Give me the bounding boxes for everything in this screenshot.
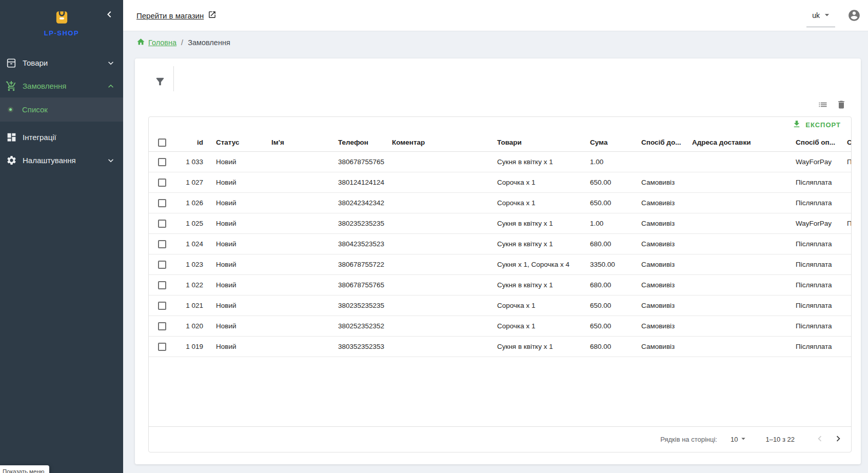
cell-phone: 380678755765 [330, 158, 384, 166]
sidebar-item-orders[interactable]: Замовлення [0, 74, 123, 97]
cell-delivery-method: Самовивіз [633, 261, 684, 268]
rows-per-page-select[interactable]: 10 [731, 434, 748, 445]
cell-payment-status: Пі [839, 220, 852, 227]
select-all-checkbox[interactable] [158, 139, 166, 147]
sidebar-item-label: Інтеграції [23, 133, 116, 142]
export-button[interactable]: ЕКСПОРТ [789, 117, 844, 132]
language-value: uk [812, 11, 820, 19]
cell-delivery-method: Самовивіз [633, 199, 684, 207]
cell-delivery-method: Самовивіз [633, 220, 684, 227]
row-checkbox[interactable] [158, 179, 166, 187]
widgets-icon [5, 131, 17, 144]
cell-delivery-method: Самовивіз [633, 240, 684, 248]
column-header-delivery-address[interactable]: Адреса доставки [684, 139, 787, 146]
row-checkbox[interactable] [158, 220, 166, 228]
column-header-products[interactable]: Товари [489, 139, 582, 146]
cell-products: Сукня в квітку x 1 [489, 158, 582, 166]
column-header-id[interactable]: id [175, 139, 208, 146]
row-checkbox[interactable] [158, 199, 166, 207]
cell-products: Сукня в квітку x 1 [489, 281, 582, 289]
cell-status: Новий [208, 199, 263, 207]
cell-sum: 650.00 [582, 302, 633, 309]
table-row[interactable]: 1 022Новий380678755765Сукня в квітку x 1… [149, 275, 852, 295]
table-row[interactable]: 1 020Новий380252352352Сорочка x 1650.00С… [149, 316, 852, 337]
breadcrumb-separator: / [181, 38, 183, 47]
checkbox-cell [149, 179, 175, 187]
logo[interactable]: LP-SHOP [0, 10, 123, 37]
rows-per-page-value: 10 [731, 436, 738, 443]
table-row[interactable]: 1 019Новий380352352353Сукня в квітку x 1… [149, 337, 852, 357]
cell-sum: 650.00 [582, 179, 633, 186]
cell-phone: 380352352353 [330, 343, 384, 350]
column-header-sum[interactable]: Сума [582, 139, 633, 146]
cell-payment-method: Післяплата [787, 281, 839, 289]
row-checkbox[interactable] [158, 240, 166, 248]
sidebar-item-settings[interactable]: Налаштування [0, 149, 123, 172]
cell-products: Сорочка x 1 [489, 199, 582, 207]
language-select[interactable]: uk [812, 0, 832, 31]
table-row[interactable]: 1 027Новий380124124124Сорочка x 1650.00С… [149, 172, 852, 193]
pagination-bar: Рядків на сторінці: 10 1–10 з 22 [149, 426, 851, 452]
row-checkbox[interactable] [158, 343, 166, 351]
breadcrumb-home-label: Головна [148, 38, 176, 47]
cell-delivery-method: Самовивіз [633, 343, 684, 350]
checkbox-cell [149, 281, 175, 289]
cell-status: Новий [208, 158, 263, 166]
cell-payment-method: Післяплата [787, 322, 839, 330]
external-link-icon [208, 10, 216, 21]
row-checkbox[interactable] [158, 261, 166, 269]
table-row[interactable]: 1 025Новий380235235235Сукня в квітку x 1… [149, 213, 852, 234]
cell-id: 1 022 [175, 281, 208, 289]
cell-payment-method: WayForPay [787, 158, 839, 166]
cell-payment-method: Післяплата [787, 240, 839, 248]
caret-down-icon [822, 10, 832, 22]
topbar: Перейти в магазин uk [123, 0, 868, 31]
checkbox-cell [149, 240, 175, 248]
table-row[interactable]: 1 023Новий380678755722Сукня x 1, Сорочка… [149, 254, 852, 275]
user-menu-button[interactable] [847, 9, 861, 22]
column-header-comment[interactable]: Коментар [384, 139, 489, 146]
row-checkbox[interactable] [158, 281, 166, 289]
cell-id: 1 020 [175, 322, 208, 330]
table-row[interactable]: 1 026Новий380242342342Сорочка x 1650.00С… [149, 193, 852, 213]
cell-payment-method: Післяплата [787, 261, 839, 268]
cell-phone: 380242342342 [330, 199, 384, 207]
column-header-status[interactable]: Статус [208, 139, 263, 146]
table-toolbar: ЕКСПОРТ [149, 117, 851, 133]
row-checkbox[interactable] [158, 158, 166, 166]
row-checkbox[interactable] [158, 322, 166, 330]
column-header-payment-status[interactable]: Ст [839, 139, 852, 146]
breadcrumb-home-link[interactable]: Головна [136, 37, 176, 48]
cell-sum: 1.00 [582, 158, 633, 166]
sidebar-nav: Товари Замовлення Список [0, 51, 123, 172]
chevron-right-icon [833, 433, 844, 446]
list-dot-icon [4, 104, 16, 116]
show-menu-tooltip: Показать меню [0, 465, 49, 473]
cell-products: Сорочка x 1 [489, 322, 582, 330]
column-header-delivery-method[interactable]: Спосіб до... [633, 139, 684, 146]
admin-app: LP-SHOP Товари Замовлення [0, 0, 868, 473]
table-row[interactable]: 1 021Новий380235235235Сорочка x 1650.00С… [149, 295, 852, 316]
column-list-button[interactable] [818, 100, 828, 110]
next-page-button[interactable] [832, 433, 845, 446]
delete-button[interactable] [836, 100, 846, 110]
table-row[interactable]: 1 033Новий380678755765Сукня в квітку x 1… [149, 152, 852, 172]
row-checkbox[interactable] [158, 302, 166, 310]
cart-plus-icon [5, 80, 17, 92]
cell-status: Новий [208, 343, 263, 350]
column-header-phone[interactable]: Телефон [330, 139, 384, 146]
sidebar-item-orders-list[interactable]: Список [0, 97, 123, 122]
cell-status: Новий [208, 261, 263, 268]
column-header-payment-method[interactable]: Спосіб оп... [787, 139, 839, 146]
cell-id: 1 027 [175, 179, 208, 186]
sidebar-item-products[interactable]: Товари [0, 51, 123, 74]
filter-button[interactable] [154, 76, 166, 87]
cell-payment-method: Післяплата [787, 199, 839, 207]
sidebar-item-label: Налаштування [23, 156, 106, 165]
sidebar-item-integrations[interactable]: Інтеграції [0, 126, 123, 149]
go-to-store-link[interactable]: Перейти в магазин [136, 0, 216, 31]
column-header-name[interactable]: Ім'я [263, 139, 330, 146]
table-row[interactable]: 1 024Новий380423523523Сукня в квітку x 1… [149, 234, 852, 254]
cell-payment-status: Пі [839, 158, 852, 166]
orders-page-card: ЕКСПОРТ idСтатусІм'яТелефонКоментарТовар… [135, 58, 861, 464]
